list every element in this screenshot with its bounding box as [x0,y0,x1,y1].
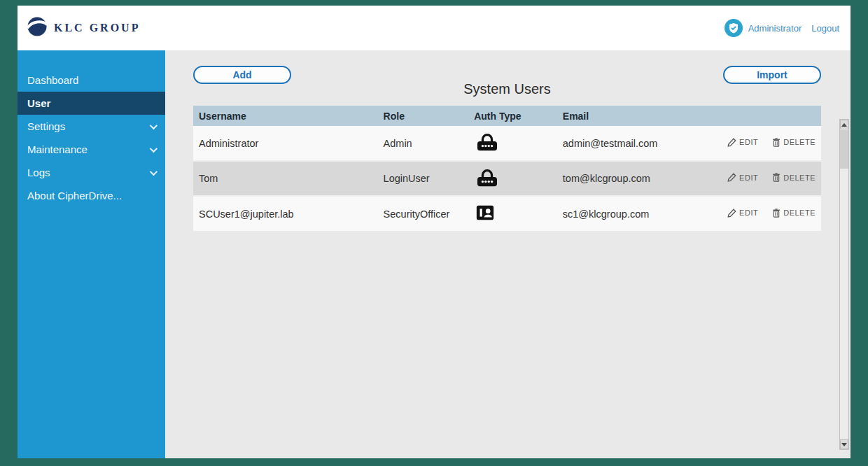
sidebar-item-user[interactable]: User [18,92,165,115]
triangle-up-icon [841,123,847,127]
delete-label: DELETE [783,209,816,217]
page-title: System Users [193,81,821,97]
smartcard-icon [474,203,496,225]
delete-label: DELETE [783,138,816,146]
scrollbar-thumb[interactable] [840,130,848,169]
sidebar-item-label: Logs [27,167,50,178]
column-header-actions [710,106,821,126]
column-header-email: Email [557,106,710,126]
import-button[interactable]: Import [723,66,821,84]
trash-icon [772,173,780,182]
sidebar-item-label: Dashboard [27,74,78,86]
trash-icon [772,138,780,147]
password-lock-icon [474,168,500,190]
sidebar-item-dashboard[interactable]: Dashboard [18,69,165,92]
sidebar-item-about-cipherdrive[interactable]: About CipherDrive... [18,184,165,207]
delete-button[interactable]: DELETE [772,138,816,147]
scroll-up-button[interactable] [840,120,848,129]
top-header: KLC GROUP Administrator Logout [18,6,850,50]
sidebar-item-label: About CipherDrive... [27,190,122,202]
cell-username: SCUser1@jupiter.lab [193,196,378,231]
pencil-icon [727,138,736,147]
sidebar-item-label: Settings [27,120,65,132]
edit-button[interactable]: EDIT [727,173,758,182]
main-content: Add Import System Users Username Role Au… [165,50,850,458]
current-user-label: Administrator [748,23,802,34]
table-header-row: Username Role Auth Type Email [193,106,821,126]
brand-name: KLC GROUP [54,22,140,34]
sidebar-item-label: Maintenance [27,143,88,155]
cell-actions: EDIT DELETE [710,126,821,161]
cell-actions: EDIT DELETE [710,161,821,196]
column-header-role: Role [378,106,469,126]
delete-label: DELETE [783,174,816,182]
cell-username: Tom [193,161,378,196]
edit-label: EDIT [739,138,758,146]
cell-auth-type [468,161,557,196]
cell-auth-type [468,126,557,161]
table-row: Administrator Admin [193,126,821,161]
password-lock-icon [474,132,500,154]
table-row: Tom LoginUser [193,161,821,196]
vertical-scrollbar[interactable] [839,119,849,450]
sidebar-item-settings[interactable]: Settings [18,115,165,138]
column-header-username: Username [193,106,378,126]
sidebar: Dashboard User Settings Maintenance Logs… [18,50,165,458]
delete-button[interactable]: DELETE [772,209,816,218]
chevron-down-icon [150,121,158,129]
edit-button[interactable]: EDIT [727,209,758,218]
brand: KLC GROUP [26,15,140,41]
sidebar-item-label: User [27,97,50,109]
pencil-icon [727,209,736,218]
cell-username: Administrator [193,126,378,161]
system-users-table: Username Role Auth Type Email Administra… [193,106,821,231]
edit-button[interactable]: EDIT [727,138,758,147]
table-row: SCUser1@jupiter.lab SecurityOfficer [193,196,821,231]
app-window: KLC GROUP Administrator Logout Dashboard… [18,6,850,458]
sidebar-item-logs[interactable]: Logs [18,161,165,184]
klc-logo-icon [26,15,48,41]
cell-role: SecurityOfficer [378,196,469,231]
header-user-area: Administrator Logout [724,19,839,37]
cell-email: sc1@klcgroup.com [557,196,710,231]
pencil-icon [727,173,736,182]
chevron-down-icon [150,167,158,175]
user-avatar-icon [724,19,743,37]
cell-role: LoginUser [378,161,469,196]
chevron-down-icon [150,144,158,152]
delete-button[interactable]: DELETE [772,173,816,182]
add-button[interactable]: Add [193,66,291,84]
triangle-down-icon [841,443,847,446]
cell-role: Admin [378,126,469,161]
cell-actions: EDIT DELETE [710,196,821,231]
sidebar-item-maintenance[interactable]: Maintenance [18,138,165,161]
trash-icon [772,209,780,218]
edit-label: EDIT [739,209,758,217]
scroll-down-button[interactable] [840,439,848,449]
logout-link[interactable]: Logout [811,23,839,34]
edit-label: EDIT [739,174,758,182]
cell-email: tom@klcgroup.com [557,161,710,196]
cell-email: admin@testmail.com [557,126,710,161]
cell-auth-type [468,196,557,231]
column-header-auth-type: Auth Type [468,106,557,126]
